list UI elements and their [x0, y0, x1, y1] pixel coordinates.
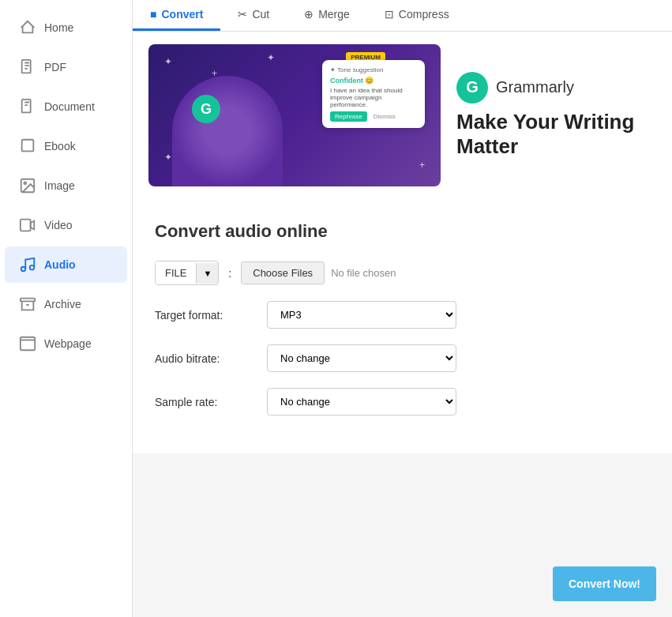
home-icon — [19, 19, 36, 36]
target-format-select[interactable]: MP3 — [267, 301, 456, 329]
svg-point-5 — [21, 267, 26, 272]
svg-rect-8 — [21, 337, 35, 351]
webpage-icon — [19, 335, 36, 352]
ad-text: G Grammarly Make Your Writing Matter — [456, 72, 656, 159]
audio-bitrate-select[interactable]: No change — [267, 344, 456, 372]
video-icon — [19, 216, 36, 234]
audio-bitrate-label: Audio bitrate: — [155, 352, 257, 365]
sidebar-item-image[interactable]: Image — [5, 167, 127, 204]
sample-rate-row: Sample rate: No change — [155, 388, 650, 416]
sidebar-item-ebook[interactable]: Ebook — [5, 128, 127, 164]
svg-rect-4 — [21, 220, 31, 231]
grammarly-logo: G Grammarly — [456, 72, 656, 103]
sample-rate-label: Sample rate: — [155, 396, 257, 408]
sidebar: Home PDF Document Ebook Image Video Au — [0, 0, 133, 617]
star-deco: + — [419, 160, 425, 171]
sidebar-item-document[interactable]: Document — [5, 88, 127, 125]
sidebar-item-video[interactable]: Video — [5, 207, 127, 243]
convert-now-button[interactable]: Convert Now! — [553, 566, 656, 601]
tab-convert[interactable]: ■ Convert — [133, 0, 220, 31]
grammarly-circle-icon: G — [456, 72, 488, 103]
file-type-dropdown[interactable]: FILE ▼ — [155, 261, 219, 285]
file-input-group: Choose Files No file chosen — [241, 261, 396, 284]
ad-headline: Make Your Writing Matter — [456, 110, 656, 159]
audio-bitrate-row: Audio bitrate: No change — [155, 344, 650, 372]
file-input-row: FILE ▼ : Choose Files No file chosen — [155, 261, 650, 285]
ebook-icon — [19, 137, 36, 155]
pdf-icon — [19, 58, 36, 76]
ad-ui-card: ✦ Tone suggestion Confident 😊 I have an … — [322, 60, 425, 128]
sidebar-item-pdf[interactable]: PDF — [5, 49, 127, 85]
tab-cut[interactable]: ✂ Cut — [220, 0, 287, 31]
document-icon — [19, 98, 36, 115]
svg-point-6 — [30, 265, 35, 270]
svg-point-3 — [24, 182, 26, 184]
person-silhouette — [172, 76, 283, 186]
file-colon: : — [228, 267, 231, 280]
file-dropdown-arrow-icon[interactable]: ▼ — [196, 263, 218, 284]
sample-rate-select[interactable]: No change — [267, 388, 456, 416]
main-content: ■ Convert ✂ Cut ⊕ Merge ⊡ Compress ✦ + ✦ — [133, 0, 672, 617]
compress-tab-icon: ⊡ — [385, 8, 394, 21]
target-format-row: Target format: MP3 — [155, 301, 650, 329]
image-icon — [19, 177, 36, 194]
content-area: ✦ + ✦ + ✦ + PREMIUM ✦ Tone suggestion Co… — [133, 32, 672, 617]
sidebar-item-home[interactable]: Home — [5, 9, 127, 46]
svg-rect-7 — [21, 299, 35, 302]
tab-merge[interactable]: ⊕ Merge — [287, 0, 367, 31]
star-deco: ✦ — [164, 152, 172, 163]
convert-section: Convert audio online FILE ▼ : Choose Fil… — [133, 199, 672, 453]
sidebar-item-audio[interactable]: Audio — [5, 246, 127, 283]
tab-compress[interactable]: ⊡ Compress — [367, 0, 467, 31]
convert-title: Convert audio online — [155, 221, 650, 242]
svg-rect-0 — [22, 60, 31, 73]
file-type-label: FILE — [156, 261, 196, 284]
star-deco: ✦ — [164, 56, 172, 67]
merge-tab-icon: ⊕ — [304, 8, 313, 21]
ad-image: ✦ + ✦ + ✦ + PREMIUM ✦ Tone suggestion Co… — [148, 44, 441, 186]
ad-banner: ✦ + ✦ + ✦ + PREMIUM ✦ Tone suggestion Co… — [133, 32, 672, 199]
no-file-text: No file chosen — [331, 267, 396, 279]
archive-icon — [19, 295, 36, 313]
sidebar-item-archive[interactable]: Archive — [5, 286, 127, 322]
convert-tab-icon: ■ — [150, 8, 156, 21]
cut-tab-icon: ✂ — [238, 8, 247, 21]
grammarly-g-small: G — [192, 95, 220, 123]
sidebar-item-webpage[interactable]: Webpage — [5, 325, 127, 362]
star-deco: ✦ — [267, 52, 275, 63]
audio-icon — [19, 256, 36, 273]
tab-bar: ■ Convert ✂ Cut ⊕ Merge ⊡ Compress — [133, 0, 672, 32]
target-format-label: Target format: — [155, 309, 257, 322]
choose-files-button[interactable]: Choose Files — [241, 261, 325, 284]
